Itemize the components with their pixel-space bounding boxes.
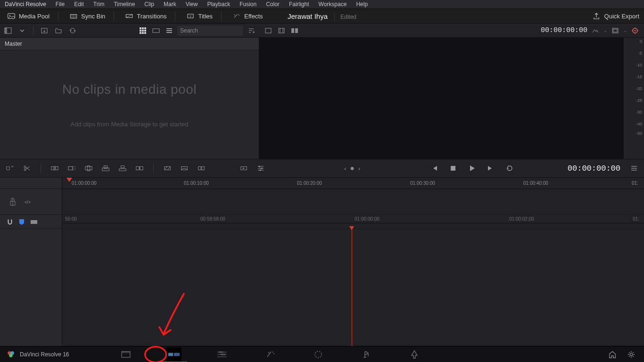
color-page-tab[interactable] [311, 347, 326, 362]
meter-label: -40 [636, 122, 642, 126]
app-name: DaVinci Resolve [3, 1, 51, 8]
lock-track-icon[interactable] [8, 197, 17, 206]
timeline-tracks[interactable] [62, 229, 644, 346]
timeline-options-icon[interactable] [629, 163, 639, 173]
deliver-page-tab[interactable] [407, 347, 422, 362]
viewer-panel[interactable] [259, 38, 623, 159]
thumbnail-view-icon[interactable] [138, 25, 148, 36]
list-view-icon[interactable] [164, 25, 174, 36]
lower-timeline-ruler[interactable]: 56:00 00:59:58:00 01:00:00:00 01:00:02:0… [62, 215, 644, 223]
meter-label: 0 [640, 39, 642, 44]
transitions-icon [125, 13, 133, 19]
loop-icon[interactable] [504, 163, 515, 173]
sync-bin-button[interactable]: Sync Bin [67, 11, 114, 21]
svg-rect-82 [122, 351, 130, 353]
menu-help[interactable]: Help [351, 1, 372, 8]
marker-icon[interactable] [19, 219, 25, 225]
sync-lock-icon[interactable]: </> [25, 198, 35, 206]
media-pool-button[interactable]: Media Pool [5, 11, 58, 21]
media-pool-body[interactable]: No clips in media pool Add clips from Me… [0, 50, 259, 159]
menu-color[interactable]: Color [261, 1, 284, 8]
effects-button[interactable]: Effects [230, 11, 272, 21]
menu-clip[interactable]: Clip [140, 1, 159, 8]
meter-label: -10 [636, 63, 642, 67]
strip-view-icon[interactable] [151, 25, 161, 36]
bypass-fusion-icon[interactable] [630, 25, 640, 36]
flag-icon[interactable] [30, 219, 38, 225]
menu-mark[interactable]: Mark [159, 1, 181, 8]
next-clip-icon[interactable]: › [358, 165, 360, 172]
menu-fusion[interactable]: Fusion [235, 1, 261, 8]
cut-icon[interactable] [196, 163, 206, 173]
menu-fairlight[interactable]: Fairlight [284, 1, 314, 8]
menu-workspace[interactable]: Workspace [314, 1, 352, 8]
boring-detector-icon[interactable]: zz² [5, 163, 15, 173]
titles-button[interactable]: T Titles [184, 11, 222, 21]
snap-icon[interactable] [7, 219, 13, 225]
svg-rect-45 [68, 166, 73, 170]
import-media-icon[interactable] [39, 25, 50, 36]
viewer-mode-tape-icon[interactable] [276, 25, 287, 36]
go-last-frame-icon[interactable] [486, 163, 496, 173]
smart-insert-icon[interactable] [50, 163, 60, 173]
menu-edit[interactable]: Edit [69, 1, 89, 8]
playhead[interactable] [352, 229, 352, 346]
svg-rect-83 [168, 353, 173, 356]
transitions-button[interactable]: Transitions [123, 11, 175, 21]
place-on-top-icon[interactable] [117, 163, 128, 173]
viewer-mode-dual-icon[interactable] [289, 25, 300, 36]
viewer-tools-icon[interactable] [590, 25, 601, 36]
play-icon[interactable] [467, 163, 477, 173]
meter-label: -25 [636, 98, 642, 103]
menu-trim[interactable]: Trim [89, 1, 109, 8]
sliders-icon[interactable] [256, 163, 266, 173]
home-icon[interactable] [608, 350, 617, 359]
dropdown-icon[interactable] [17, 25, 27, 36]
import-folder-icon[interactable] [53, 25, 64, 36]
svg-point-41 [24, 169, 26, 171]
ripple-overwrite-icon[interactable] [83, 163, 94, 173]
menu-file[interactable]: File [51, 1, 69, 8]
svg-rect-31 [295, 28, 298, 33]
svg-rect-43 [56, 166, 58, 170]
fusion-page-tab[interactable] [263, 347, 278, 362]
close-up-icon[interactable] [100, 163, 111, 173]
tools-icon[interactable] [239, 163, 249, 173]
search-input[interactable]: Search [177, 25, 243, 36]
viewer-mode-source-icon[interactable] [263, 25, 273, 36]
ruler-label: 01:00:30:00 [410, 181, 435, 186]
meter-label: -20 [636, 86, 642, 91]
bin-master-label[interactable]: Master [0, 38, 259, 50]
resolve-logo-icon [7, 350, 15, 359]
menu-timeline[interactable]: Timeline [109, 1, 140, 8]
svg-point-35 [635, 30, 636, 31]
menu-playback[interactable]: Playback [202, 1, 235, 8]
settings-gear-icon[interactable] [627, 350, 636, 359]
edit-page-tab[interactable] [215, 347, 230, 362]
go-first-frame-icon[interactable] [429, 163, 439, 173]
append-icon[interactable] [66, 163, 77, 173]
search-placeholder: Search [180, 27, 198, 34]
safe-area-icon[interactable] [610, 25, 620, 36]
prev-clip-icon[interactable]: ‹ [344, 165, 346, 172]
smooth-cut-icon[interactable] [179, 163, 190, 173]
sync-icon[interactable] [67, 25, 78, 36]
fairlight-page-tab[interactable] [359, 347, 374, 362]
upper-track-region[interactable] [62, 189, 644, 215]
stop-icon[interactable] [448, 163, 458, 173]
sort-icon[interactable] [246, 25, 256, 36]
cut-page-tab[interactable] [166, 347, 182, 362]
audio-meters: 0 -5 -10 -15 -20 -25 -30 -40 -50 [623, 38, 644, 159]
media-page-tab[interactable] [118, 347, 133, 362]
svg-point-1 [9, 15, 10, 16]
quick-export-button[interactable]: Quick Export [592, 12, 639, 20]
menu-view[interactable]: View [181, 1, 203, 8]
dissolve-icon[interactable] [162, 163, 173, 173]
bin-sidebar-toggle-icon[interactable] [3, 25, 13, 36]
split-clip-icon[interactable] [22, 163, 32, 173]
svg-rect-18 [144, 30, 146, 32]
upper-timeline-ruler[interactable]: 01:00:00:00 01:00:10:00 01:00:20:00 01:0… [62, 178, 644, 189]
main-menu-bar: DaVinci Resolve File Edit Trim Timeline … [0, 0, 644, 8]
svg-rect-14 [142, 27, 144, 29]
source-overwrite-icon[interactable] [134, 163, 145, 173]
